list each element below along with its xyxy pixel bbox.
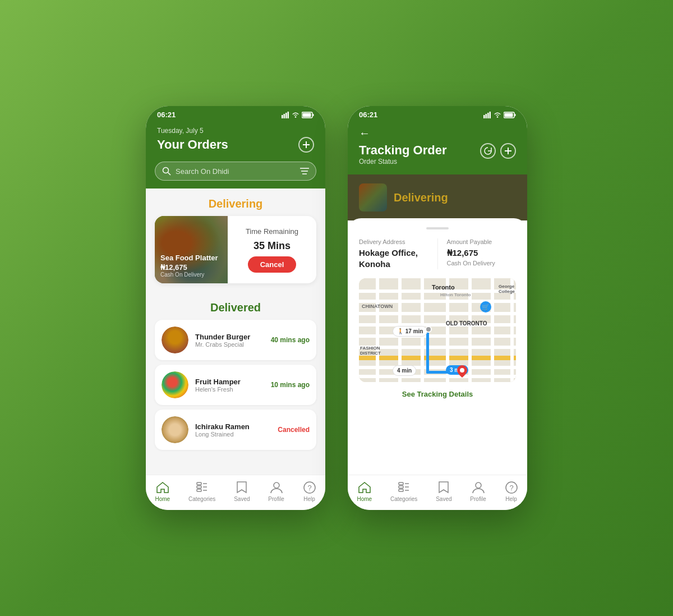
nav-item-saved-2[interactable]: Saved <box>436 481 451 502</box>
back-button[interactable]: ← <box>359 127 516 140</box>
nav-label-profile-2: Profile <box>470 496 486 502</box>
cancel-button[interactable]: Cancel <box>248 256 297 273</box>
list-item: Fruit Hamper Helen's Fresh 10 mins ago <box>155 365 316 405</box>
see-tracking-details[interactable]: See Tracking Details <box>348 382 527 406</box>
delivering-title: Delivering <box>146 189 325 216</box>
delivering-card: Sea Food Platter ₦12,675 Cash On Deliver… <box>155 216 316 283</box>
item-status-fruit: 10 mins ago <box>271 381 310 389</box>
nav-label-home: Home <box>155 496 170 502</box>
svg-rect-16 <box>197 486 201 488</box>
svg-rect-31 <box>505 113 513 117</box>
svg-rect-7 <box>303 113 311 117</box>
track-subtitle: Order Status <box>359 158 447 166</box>
drag-handle <box>426 227 449 229</box>
nav-item-help[interactable]: ? Help <box>303 481 316 502</box>
header-title: Your Orders <box>157 137 228 152</box>
map-label-george: GeorgeCollege <box>499 284 515 294</box>
map-route-vertical <box>426 332 429 374</box>
signal-icon <box>282 112 289 118</box>
plus-icon-2 <box>504 147 512 155</box>
map-street <box>491 278 494 382</box>
svg-point-43 <box>476 482 481 488</box>
track-title: Tracking Order <box>359 143 447 158</box>
amount-value: ₦12,675 <box>447 247 517 259</box>
nav-item-help-2[interactable]: ? Help <box>505 481 518 502</box>
svg-rect-27 <box>490 112 491 118</box>
svg-rect-17 <box>197 489 201 491</box>
amount-col: Amount Payable ₦12,675 Cash On Delivery <box>437 238 517 269</box>
svg-rect-30 <box>515 114 516 116</box>
fruit-decoration <box>162 371 188 398</box>
profile-icon <box>270 481 283 494</box>
map-background: CHINATOWN Toronto Hilton Toronto OLD TOR… <box>359 278 516 382</box>
svg-text:?: ? <box>509 484 513 492</box>
item-image-ramen <box>162 416 188 443</box>
nav-item-home-2[interactable]: Home <box>357 481 372 502</box>
add-order-button[interactable] <box>298 137 314 153</box>
item-image-fruit <box>162 371 188 398</box>
help-icon-2: ? <box>505 481 518 494</box>
status-icons-2 <box>483 112 516 118</box>
delivery-details: Delivery Address Hokage Office, Konoha A… <box>359 238 516 269</box>
delivery-address-value: Hokage Office, Konoha <box>359 247 428 269</box>
nav-item-categories-2[interactable]: Categories <box>390 481 417 502</box>
svg-rect-2 <box>285 113 287 118</box>
delivering-item-info: Time Remaining 35 Mins Cancel <box>228 216 316 283</box>
nav-label-profile: Profile <box>268 496 284 502</box>
burger-decoration <box>162 327 188 353</box>
battery-icon-2 <box>504 112 516 118</box>
map-label-chinatown: CHINATOWN <box>362 304 393 309</box>
delivered-title: Delivered <box>146 292 325 320</box>
tracking-card: Delivery Address Hokage Office, Konoha A… <box>348 218 527 475</box>
refresh-button[interactable] <box>480 143 496 159</box>
nav-item-categories[interactable]: Categories <box>188 481 215 502</box>
wifi-icon <box>292 112 299 118</box>
item-name-ramen: Ichiraku Ramen <box>195 422 271 431</box>
svg-point-21 <box>274 482 279 488</box>
header-orders: Tuesday, July 5 Your Orders <box>146 122 325 162</box>
filter-icon <box>300 168 309 174</box>
nav-label-saved: Saved <box>234 496 250 502</box>
home-icon-2 <box>358 481 371 494</box>
search-input-wrap[interactable] <box>155 162 316 181</box>
main-content-orders: Delivering Sea Food Platter ₦12,675 Cash… <box>146 189 325 475</box>
item-sub-burger: Mr. Crabs Special <box>195 341 264 348</box>
saved-icon <box>235 481 248 494</box>
svg-rect-15 <box>197 482 201 485</box>
map-pin-destination <box>457 365 467 378</box>
time-remaining-value: 35 Mins <box>253 240 291 252</box>
svg-point-10 <box>163 168 169 173</box>
svg-point-34 <box>460 368 464 373</box>
wifi-icon-2 <box>494 112 501 118</box>
svg-rect-25 <box>486 114 487 118</box>
item-status-burger: 40 mins ago <box>271 336 310 344</box>
svg-rect-39 <box>399 489 403 491</box>
search-input[interactable] <box>176 167 296 176</box>
map-label-old-toronto: OLD TORONTO <box>446 320 487 327</box>
map-pin-grey <box>425 326 432 333</box>
track-title-row: Tracking Order Order Status <box>359 143 516 166</box>
bottom-nav-1: Home Categories Saved Profile <box>146 475 325 510</box>
phones-container: 06:21 Tuesday, July 5 Your Orders <box>146 106 527 510</box>
nav-label-home-2: Home <box>357 496 372 502</box>
tracking-card-inner: Delivery Address Hokage Office, Konoha A… <box>348 218 527 278</box>
nav-item-home[interactable]: Home <box>155 481 170 502</box>
svg-rect-6 <box>313 114 314 116</box>
map-pin-shop: 🛒 <box>480 301 492 313</box>
item-status-ramen: Cancelled <box>278 426 310 434</box>
help-icon: ? <box>303 481 316 494</box>
nav-item-saved[interactable]: Saved <box>234 481 250 502</box>
signal-icon-2 <box>483 112 491 118</box>
svg-rect-24 <box>483 115 485 118</box>
nav-item-profile[interactable]: Profile <box>268 481 284 502</box>
header-date: Tuesday, July 5 <box>157 127 314 135</box>
nav-label-help: Help <box>303 496 315 502</box>
svg-text:?: ? <box>307 484 311 492</box>
add-tracking-button[interactable] <box>500 143 516 159</box>
svg-rect-26 <box>487 113 489 118</box>
delivered-list: Thunder Burger Mr. Crabs Special 40 mins… <box>146 320 325 450</box>
track-title-group: Tracking Order Order Status <box>359 143 447 166</box>
item-info-ramen: Ichiraku Ramen Long Strained <box>195 422 271 438</box>
nav-item-profile-2[interactable]: Profile <box>470 481 486 502</box>
svg-rect-0 <box>282 115 283 118</box>
